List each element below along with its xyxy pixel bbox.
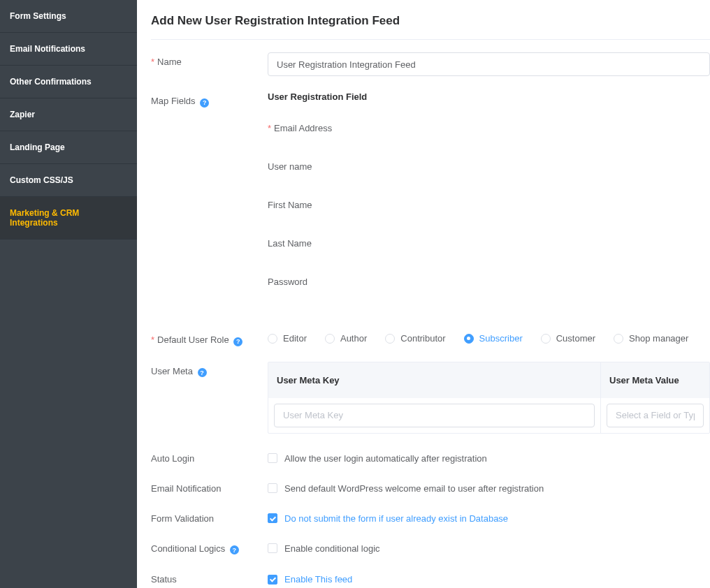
field-firstname: First Name bbox=[268, 200, 710, 210]
sidebar-item-zapier[interactable]: Zapier bbox=[0, 98, 137, 131]
user-meta-table: User Meta Key User Meta Value bbox=[268, 362, 710, 434]
meta-key-input[interactable] bbox=[274, 404, 595, 427]
sidebar-item-landing-page[interactable]: Landing Page bbox=[0, 131, 137, 164]
checkbox-label-status: Enable This feed bbox=[284, 574, 352, 585]
radio-customer[interactable]: Customer bbox=[541, 333, 595, 344]
label-form-validation: Form Validation bbox=[151, 509, 268, 524]
label-status: Status bbox=[151, 570, 268, 588]
main-content: Add New User Registration Integration Fe… bbox=[137, 0, 710, 588]
row-conditional: Conditional Logics ? Enable conditional … bbox=[151, 539, 710, 555]
checkbox-email-notif[interactable] bbox=[268, 483, 277, 493]
sidebar-item-custom-css-js[interactable]: Custom CSS/JS bbox=[0, 164, 137, 197]
sidebar-item-marketing-crm[interactable]: Marketing & CRM Integrations bbox=[0, 197, 137, 240]
row-form-validation: Form Validation Do not submit the form i… bbox=[151, 509, 710, 524]
radio-contributor[interactable]: Contributor bbox=[385, 333, 445, 344]
checkbox-status[interactable] bbox=[268, 575, 277, 585]
field-lastname: Last Name bbox=[268, 238, 710, 249]
checkbox-label-email-notif: Send default WordPress welcome email to … bbox=[284, 483, 544, 494]
row-name: *Name bbox=[151, 52, 710, 76]
meta-header-key: User Meta Key bbox=[268, 362, 601, 398]
sidebar-item-other-confirmations[interactable]: Other Confirmations bbox=[0, 66, 137, 98]
label-email-notif: Email Notification bbox=[151, 479, 268, 494]
info-icon[interactable]: ? bbox=[230, 545, 239, 554]
row-default-role: *Default User Role ? Editor Author Contr… bbox=[151, 330, 710, 346]
label-user-meta: User Meta ? bbox=[151, 362, 268, 434]
checkbox-label-auto-login: Allow the user login automatically after… bbox=[284, 453, 487, 464]
field-password: Password bbox=[268, 277, 710, 287]
checkbox-label-conditional: Enable conditional logic bbox=[284, 543, 380, 554]
label-default-role: *Default User Role ? bbox=[151, 330, 268, 346]
field-email: *Email Address bbox=[268, 123, 710, 133]
radio-editor[interactable]: Editor bbox=[268, 333, 307, 344]
checkbox-form-validation[interactable] bbox=[268, 513, 277, 523]
label-conditional: Conditional Logics ? bbox=[151, 539, 268, 555]
info-icon[interactable]: ? bbox=[198, 368, 207, 377]
label-name: *Name bbox=[151, 52, 268, 76]
sidebar-item-form-settings[interactable]: Form Settings bbox=[0, 0, 137, 33]
name-input[interactable] bbox=[268, 52, 710, 76]
row-status: Status Enable This feed Please note that… bbox=[151, 570, 710, 588]
page-title: Add New User Registration Integration Fe… bbox=[151, 14, 710, 40]
radio-subscriber[interactable]: Subscriber bbox=[464, 333, 523, 344]
meta-header-val: User Meta Value bbox=[601, 362, 709, 398]
sidebar: Form Settings Email Notifications Other … bbox=[0, 0, 137, 588]
checkbox-conditional[interactable] bbox=[268, 543, 277, 553]
checkbox-label-form-validation: Do not submit the form if user already e… bbox=[284, 513, 508, 524]
info-icon[interactable]: ? bbox=[200, 98, 209, 108]
row-auto-login: Auto Login Allow the user login automati… bbox=[151, 449, 710, 464]
row-email-notif: Email Notification Send default WordPres… bbox=[151, 479, 710, 494]
row-user-meta: User Meta ? User Meta Key User Meta Valu… bbox=[151, 362, 710, 434]
sidebar-item-email-notifications[interactable]: Email Notifications bbox=[0, 33, 137, 66]
row-map-fields: Map Fields ? User Registration Field *Em… bbox=[151, 91, 710, 315]
radio-author[interactable]: Author bbox=[325, 333, 367, 344]
label-auto-login: Auto Login bbox=[151, 449, 268, 464]
meta-val-input[interactable] bbox=[607, 404, 704, 427]
field-username: User name bbox=[268, 161, 710, 172]
checkbox-auto-login[interactable] bbox=[268, 453, 277, 463]
map-fields-heading: User Registration Field bbox=[268, 91, 710, 102]
role-radio-group: Editor Author Contributor Subscriber Cus… bbox=[268, 330, 710, 344]
radio-shopmanager[interactable]: Shop manager bbox=[614, 333, 688, 344]
label-map-fields: Map Fields ? bbox=[151, 91, 268, 315]
info-icon[interactable]: ? bbox=[233, 337, 242, 346]
